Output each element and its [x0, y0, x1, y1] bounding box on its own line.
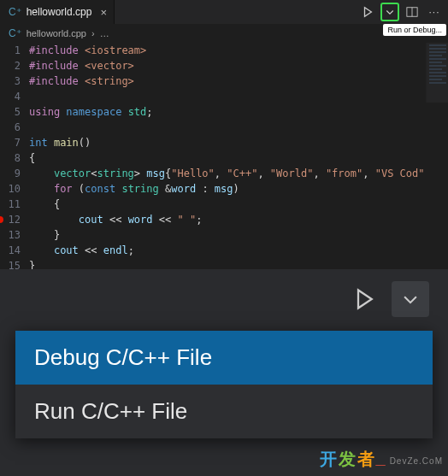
- cpp-file-icon: C⁺: [9, 7, 21, 17]
- minimap[interactable]: [426, 43, 448, 103]
- editor[interactable]: 123456789101112131415 #include <iostream…: [0, 43, 448, 269]
- line-gutter: 123456789101112131415: [0, 43, 29, 269]
- dropdown-panel: Debug C/C++ FileRun C/C++ File 开 发 者 _ D…: [0, 269, 448, 476]
- line-number: 13: [0, 227, 21, 243]
- line-number: 5: [0, 104, 21, 120]
- code-line[interactable]: int main(): [29, 135, 448, 150]
- run-debug-tooltip: Run or Debug...: [383, 24, 446, 36]
- run-debug-menu: Debug C/C++ FileRun C/C++ File: [15, 331, 433, 438]
- code-line[interactable]: #include <vector>: [29, 58, 448, 73]
- code-line[interactable]: [29, 89, 448, 104]
- code-area[interactable]: #include <iostream>#include <vector>#inc…: [29, 43, 448, 269]
- code-line[interactable]: [29, 120, 448, 135]
- tab-filename: helloworld.cpp: [27, 6, 92, 18]
- chevron-down-button-large[interactable]: [392, 281, 429, 317]
- line-number: 1: [0, 43, 21, 58]
- line-number: 2: [0, 58, 21, 73]
- more-icon[interactable]: ···: [426, 3, 443, 21]
- run-debug-chevron[interactable]: [381, 3, 398, 21]
- code-line[interactable]: {: [29, 197, 448, 212]
- breadcrumb-more: …: [100, 28, 109, 38]
- chevron-right-icon: ›: [91, 28, 95, 38]
- code-line[interactable]: cout << endl;: [29, 243, 448, 258]
- code-line[interactable]: #include <iostream>: [29, 43, 448, 58]
- dropdown-controls: [0, 269, 448, 329]
- line-number: 4: [0, 89, 21, 104]
- close-icon[interactable]: ×: [100, 7, 107, 18]
- menu-item[interactable]: Debug C/C++ File: [15, 331, 433, 385]
- line-number: 9: [0, 166, 21, 181]
- code-line[interactable]: for (const string &word : msg): [29, 181, 448, 197]
- run-controls: ··· Run or Debug...: [359, 3, 448, 21]
- line-number: 11: [0, 197, 21, 212]
- breadcrumb-filename: helloworld.cpp: [27, 28, 86, 38]
- line-number: 10: [0, 181, 21, 197]
- breadcrumb[interactable]: C⁺ helloworld.cpp › …: [0, 24, 448, 43]
- cpp-file-icon: C⁺: [9, 27, 21, 39]
- code-line[interactable]: cout << word << " ";: [29, 212, 448, 227]
- code-line[interactable]: vector<string> msg{"Hello", "C++", "Worl…: [29, 166, 448, 181]
- play-button-large[interactable]: [345, 281, 383, 317]
- run-button[interactable]: [359, 3, 376, 21]
- split-editor-icon[interactable]: [404, 3, 421, 21]
- code-line[interactable]: using namespace std;: [29, 104, 448, 120]
- code-line[interactable]: {: [29, 150, 448, 166]
- tab-bar: C⁺ helloworld.cpp × ··· Run or Debug...: [0, 0, 448, 24]
- line-number: 8: [0, 150, 21, 166]
- editor-pane: C⁺ helloworld.cpp × ··· Run or Debug... …: [0, 0, 448, 269]
- code-line[interactable]: }: [29, 258, 448, 269]
- line-number: 7: [0, 135, 21, 150]
- line-number: 6: [0, 120, 21, 135]
- code-line[interactable]: }: [29, 227, 448, 243]
- line-number: 3: [0, 73, 21, 89]
- line-number: 14: [0, 243, 21, 258]
- code-line[interactable]: #include <string>: [29, 73, 448, 89]
- menu-item[interactable]: Run C/C++ File: [15, 385, 433, 438]
- tab-helloworld[interactable]: C⁺ helloworld.cpp ×: [0, 0, 115, 24]
- watermark: 开 发 者 _ DevZe.CoM: [320, 448, 443, 471]
